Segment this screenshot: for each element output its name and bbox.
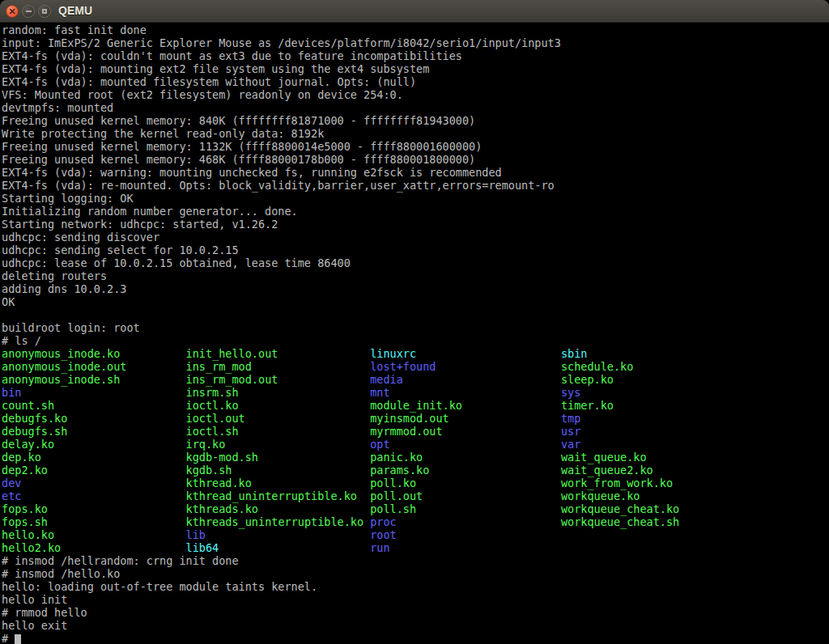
terminal-line: # insmod /hellrandom: crng init done [2, 554, 829, 567]
qemu-window: ✕ QEMU random: fast init doneinput: ImEx… [0, 0, 829, 644]
terminal-line: debugfs.ko ioctl.out myinsmod.out tmp [2, 412, 829, 425]
terminal-line: fops.sh kthreads_uninterruptible.ko proc… [2, 515, 829, 528]
close-button[interactable]: ✕ [6, 5, 19, 18]
terminal-line: EXT4-fs (vda): mounted filesystem withou… [2, 75, 829, 88]
terminal-line: EXT4-fs (vda): re-mounted. Opts: block_v… [2, 179, 829, 192]
terminal-line: OK [2, 295, 829, 308]
terminal-line: udhcpc: lease of 10.0.2.15 obtained, lea… [2, 256, 829, 269]
terminal-lines: random: fast init doneinput: ImExPS/2 Ge… [2, 23, 829, 644]
terminal-line: hello.ko lib root [2, 528, 829, 541]
terminal-line: etc kthread_uninterruptible.ko poll.out … [2, 489, 829, 502]
maximize-icon [42, 9, 47, 14]
terminal-line: # rmmod hello [2, 606, 829, 619]
terminal-line: dep.ko kgdb-mod.sh panic.ko wait_queue.k… [2, 451, 829, 464]
terminal-line: # [2, 632, 829, 644]
terminal-line: adding dns 10.0.2.3 [2, 282, 829, 295]
terminal-line: devtmpfs: mounted [2, 101, 829, 114]
text-cursor [15, 634, 21, 644]
terminal-line: bin insrm.sh mnt sys [2, 386, 829, 399]
terminal-line: Freeing unused kernel memory: 840K (ffff… [2, 114, 829, 127]
terminal-line: hello exit [2, 619, 829, 632]
terminal-line: EXT4-fs (vda): mounting ext2 file system… [2, 62, 829, 75]
terminal-line: Starting logging: OK [2, 192, 829, 205]
terminal-line: EXT4-fs (vda): warning: mounting uncheck… [2, 166, 829, 179]
terminal-screen[interactable]: random: fast init doneinput: ImExPS/2 Ge… [0, 23, 829, 644]
terminal-line: dep2.ko kgdb.sh params.ko wait_queue2.ko [2, 464, 829, 477]
terminal-line: anonymous_inode.ko init_hello.out linuxr… [2, 347, 829, 360]
maximize-button[interactable] [38, 5, 51, 18]
terminal-line: fops.ko kthreads.ko poll.sh workqueue_ch… [2, 502, 829, 515]
terminal-line: count.sh ioctl.ko module_init.ko timer.k… [2, 399, 829, 412]
terminal-line: # ls / [2, 334, 829, 347]
terminal-line: hello: loading out-of-tree module taints… [2, 580, 829, 593]
terminal-line: anonymous_inode.out ins_rm_mod lost+foun… [2, 360, 829, 373]
terminal-line: dev kthread.ko poll.ko work_from_work.ko [2, 477, 829, 489]
window-title: QEMU [58, 0, 92, 23]
terminal-line: # insmod /hello.ko [2, 567, 829, 580]
terminal-line: deleting routers [2, 269, 829, 282]
terminal-line [2, 308, 829, 321]
terminal-line: delay.ko irq.ko opt var [2, 438, 829, 451]
terminal-line: Starting network: udhcpc: started, v1.26… [2, 218, 829, 231]
minimize-button[interactable] [22, 5, 35, 18]
window-titlebar[interactable]: ✕ QEMU [0, 0, 829, 23]
terminal-line: Initializing random number generator... … [2, 205, 829, 218]
terminal-line: Freeing unused kernel memory: 1132K (fff… [2, 140, 829, 153]
terminal-line: VFS: Mounted root (ext2 filesystem) read… [2, 88, 829, 101]
terminal-line: Freeing unused kernel memory: 468K (ffff… [2, 153, 829, 166]
minimize-icon [26, 11, 32, 12]
terminal-line: anonymous_inode.sh ins_rm_mod.out media … [2, 373, 829, 386]
terminal-line: EXT4-fs (vda): couldn't mount as ext3 du… [2, 49, 829, 62]
terminal-line: debugfs.sh ioctl.sh myrmmod.out usr [2, 425, 829, 438]
terminal-line: udhcpc: sending discover [2, 231, 829, 244]
terminal-line: udhcpc: sending select for 10.0.2.15 [2, 244, 829, 256]
terminal-line: hello init [2, 593, 829, 606]
close-icon: ✕ [8, 7, 15, 16]
terminal-line: random: fast init done [2, 23, 829, 36]
terminal-line: input: ImExPS/2 Generic Explorer Mouse a… [2, 36, 829, 49]
terminal-line: Write protecting the kernel read-only da… [2, 127, 829, 140]
terminal-line: hello2.ko lib64 run [2, 541, 829, 554]
terminal-line: buildroot login: root [2, 321, 829, 334]
